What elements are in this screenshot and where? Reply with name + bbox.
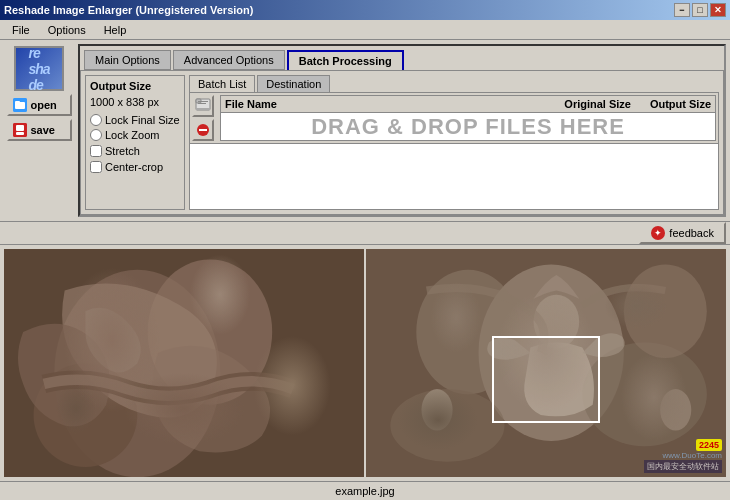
batch-content: File Name Original Size Output Size DRAG…: [189, 92, 719, 210]
add-files-button[interactable]: [192, 95, 214, 117]
col-original-size: Original Size: [541, 98, 631, 110]
center-crop-label[interactable]: Center-crop: [90, 161, 180, 173]
lock-final-label[interactable]: Lock Final Size: [90, 114, 180, 126]
menu-bar: File Options Help: [0, 20, 730, 40]
batch-table-header: File Name Original Size Output Size: [221, 96, 715, 113]
svg-rect-2: [15, 101, 20, 104]
left-stone-image: [4, 249, 364, 477]
stretch-checkbox[interactable]: [90, 145, 102, 157]
drag-drop-area[interactable]: DRAG & DROP FILES HERE: [221, 113, 715, 140]
open-button[interactable]: open: [7, 94, 72, 116]
tab-batch-list[interactable]: Batch List: [189, 75, 255, 92]
logo-panel: reshade open: [4, 44, 74, 217]
feedback-icon: ✦: [651, 226, 665, 240]
watermark-badge: 2245: [696, 439, 722, 451]
maximize-button[interactable]: □: [692, 3, 708, 17]
selection-rectangle: [492, 336, 600, 423]
svg-point-16: [34, 363, 138, 467]
status-bar: example.jpg: [0, 481, 730, 500]
top-panel: reshade open: [0, 40, 730, 221]
title-bar: Reshade Image Enlarger (Unregistered Ver…: [0, 0, 730, 20]
output-size-title: Output Size: [90, 80, 180, 92]
watermark-site: www.DuoTe.com: [662, 451, 722, 460]
lock-zoom-label[interactable]: Lock Zoom: [90, 129, 180, 141]
images-section: 2245 www.DuoTe.com 国内最安全动软件站: [0, 245, 730, 481]
col-filename: File Name: [225, 98, 541, 110]
batch-toolbar: File Name Original Size Output Size DRAG…: [190, 93, 718, 144]
svg-rect-8: [196, 108, 210, 110]
output-size-panel: Output Size 1000 x 838 px Lock Final Siz…: [85, 75, 185, 210]
feedback-button[interactable]: ✦ feedback: [639, 222, 726, 244]
svg-point-14: [54, 270, 220, 478]
right-stone-image: 2245 www.DuoTe.com 国内最安全动软件站: [366, 249, 726, 477]
svg-point-24: [421, 389, 452, 431]
svg-point-22: [390, 389, 504, 462]
window-controls: − □ ✕: [674, 3, 726, 17]
svg-rect-5: [16, 132, 24, 135]
tab-destination[interactable]: Destination: [257, 75, 330, 92]
app-logo: reshade: [14, 46, 64, 91]
output-size-value: 1000 x 838 px: [90, 96, 180, 108]
menu-options[interactable]: Options: [40, 22, 94, 38]
lock-zoom-radio[interactable]: [90, 129, 102, 141]
watermark-cn: 国内最安全动软件站: [644, 460, 722, 473]
svg-rect-10: [198, 103, 206, 104]
svg-point-20: [582, 343, 707, 447]
menu-file[interactable]: File: [4, 22, 38, 38]
stretch-label[interactable]: Stretch: [90, 145, 180, 157]
tab-batch-processing[interactable]: Batch Processing: [287, 50, 404, 70]
watermark: 2245 www.DuoTe.com 国内最安全动软件站: [644, 439, 722, 473]
close-button[interactable]: ✕: [710, 3, 726, 17]
batch-panel: Batch List Destination: [189, 75, 719, 210]
svg-point-25: [660, 389, 691, 431]
svg-point-23: [624, 265, 707, 358]
lock-final-radio[interactable]: [90, 114, 102, 126]
status-filename: example.jpg: [335, 485, 394, 497]
open-icon: [13, 98, 27, 112]
center-crop-checkbox[interactable]: [90, 161, 102, 173]
svg-rect-13: [4, 249, 364, 477]
batch-tabs: Batch List Destination: [189, 75, 719, 92]
right-image-panel: 2245 www.DuoTe.com 国内最安全动软件站: [366, 249, 726, 477]
svg-point-15: [148, 260, 273, 405]
tab-advanced-options[interactable]: Advanced Options: [173, 50, 285, 70]
title-text: Reshade Image Enlarger (Unregistered Ver…: [4, 4, 253, 16]
menu-help[interactable]: Help: [96, 22, 135, 38]
minimize-button[interactable]: −: [674, 3, 690, 17]
svg-rect-4: [16, 125, 24, 131]
svg-rect-12: [199, 129, 207, 131]
svg-rect-9: [198, 101, 208, 102]
left-image-panel: [4, 249, 364, 477]
feedback-bar: ✦ feedback: [0, 221, 730, 245]
main-container: reshade open: [0, 40, 730, 500]
options-panel: Main Options Advanced Options Batch Proc…: [78, 44, 726, 217]
tab-main-options[interactable]: Main Options: [84, 50, 171, 70]
remove-files-button[interactable]: [192, 119, 214, 141]
save-button[interactable]: save: [7, 119, 72, 141]
save-icon: [13, 123, 27, 137]
lock-options: Lock Final Size Lock Zoom: [90, 114, 180, 141]
main-tabs: Main Options Advanced Options Batch Proc…: [80, 46, 724, 70]
tab-content-area: Output Size 1000 x 838 px Lock Final Siz…: [80, 70, 724, 215]
col-output-size: Output Size: [631, 98, 711, 110]
